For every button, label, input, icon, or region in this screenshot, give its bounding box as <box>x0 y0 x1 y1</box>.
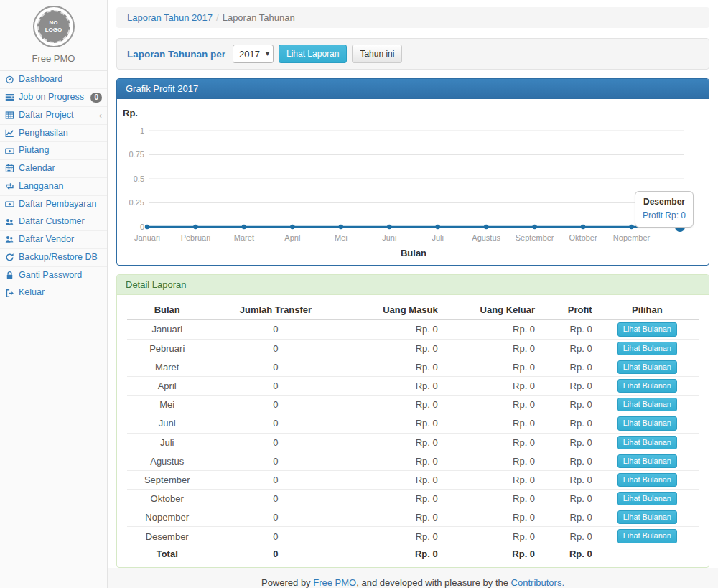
lock-icon <box>5 271 15 280</box>
lihat-laporan-button[interactable]: Lihat Laporan <box>279 45 347 63</box>
sidebar-item-label: Calendar <box>19 164 55 174</box>
action-cell: Lihat Bulanan <box>596 319 699 339</box>
chevron-left-icon: ‹ <box>99 111 102 120</box>
sidebar-item-backup-restore-db[interactable]: Backup/Restore DB <box>0 249 107 267</box>
sidebar-item-label: Penghasilan <box>19 129 68 139</box>
sidebar-item-daftar-pembayaran[interactable]: Daftar Pembayaran <box>0 196 107 214</box>
svg-text:Juli: Juli <box>432 233 444 242</box>
total-cell <box>596 546 699 561</box>
table-cell: 0 <box>207 396 344 414</box>
breadcrumb-link-laporan-tahun[interactable]: Laporan Tahun 2017 <box>127 12 213 23</box>
footer-contributors-link[interactable]: Contributors. <box>511 577 564 588</box>
action-cell: Lihat Bulanan <box>596 490 699 508</box>
table-cell: 0 <box>207 358 344 376</box>
table-row: Januari0Rp. 0Rp. 0Rp. 0Lihat Bulanan <box>127 319 699 339</box>
table-cell: 0 <box>207 376 344 395</box>
money-icon <box>5 146 15 156</box>
footer: Powered by Free PMO, and developed with … <box>108 568 718 588</box>
table-cell: Rp. 0 <box>442 433 538 452</box>
table-cell: Rp. 0 <box>538 490 596 508</box>
table-cell: Juli <box>127 433 207 452</box>
lihat-bulanan-button[interactable]: Lihat Bulanan <box>617 492 677 505</box>
table-header-row: BulanJumlah TransferUang MasukUang Kelua… <box>127 301 699 319</box>
table-cell: Rp. 0 <box>442 376 538 395</box>
action-cell: Lihat Bulanan <box>596 527 699 546</box>
main-content: Laporan Tahun 2017/Laporan Tahunan Lapor… <box>108 0 718 588</box>
table-cell: Rp. 0 <box>344 433 441 452</box>
table-body: Januari0Rp. 0Rp. 0Rp. 0Lihat BulananPebr… <box>127 319 699 561</box>
table-cell: 0 <box>207 433 344 452</box>
sidebar-item-keluar[interactable]: Keluar <box>0 284 107 302</box>
action-cell: Lihat Bulanan <box>596 358 699 376</box>
column-header: Uang Keluar <box>442 301 538 319</box>
table-cell: Nopember <box>127 508 207 527</box>
action-cell: Lihat Bulanan <box>596 396 699 414</box>
svg-text:0.75: 0.75 <box>129 150 144 159</box>
brand-name: Free PMO <box>0 53 107 64</box>
table-row: Maret0Rp. 0Rp. 0Rp. 0Lihat Bulanan <box>127 358 699 376</box>
table-cell: Rp. 0 <box>538 527 596 546</box>
table-header: BulanJumlah TransferUang MasukUang Kelua… <box>127 301 699 319</box>
lihat-bulanan-button[interactable]: Lihat Bulanan <box>617 510 677 524</box>
table-cell: Rp. 0 <box>538 508 596 527</box>
sidebar-item-dashboard[interactable]: Dashboard <box>0 71 107 89</box>
lihat-bulanan-button[interactable]: Lihat Bulanan <box>617 322 677 336</box>
chart-tooltip: Desember Profit Rp: 0 <box>635 191 694 227</box>
table-cell: Rp. 0 <box>442 470 538 489</box>
svg-text:0.5: 0.5 <box>134 174 144 183</box>
action-cell: Lihat Bulanan <box>596 452 699 470</box>
lihat-bulanan-button[interactable]: Lihat Bulanan <box>617 436 677 449</box>
lihat-bulanan-button[interactable]: Lihat Bulanan <box>617 379 677 393</box>
table-row: September0Rp. 0Rp. 0Rp. 0Lihat Bulanan <box>127 470 699 489</box>
svg-text:Agustus: Agustus <box>472 233 500 242</box>
table-row: Juli0Rp. 0Rp. 0Rp. 0Lihat Bulanan <box>127 433 699 452</box>
dashboard-icon <box>5 75 15 84</box>
footer-text-prefix: Powered by <box>261 577 311 588</box>
table-cell: Rp. 0 <box>344 490 441 508</box>
tahun-ini-button[interactable]: Tahun ini <box>352 45 402 63</box>
sidebar-item-langganan[interactable]: Langganan <box>0 178 107 196</box>
count-badge: 0 <box>90 93 102 103</box>
sidebar-item-job-on-progress[interactable]: Job on Progress0 <box>0 89 107 107</box>
lihat-bulanan-button[interactable]: Lihat Bulanan <box>617 416 677 430</box>
sidebar-item-daftar-vendor[interactable]: Daftar Vendor <box>0 231 107 249</box>
footer-brand-link[interactable]: Free PMO <box>313 577 356 588</box>
column-header: Profit <box>538 301 596 319</box>
svg-text:April: April <box>284 233 300 242</box>
sidebar-item-penghasilan[interactable]: Penghasilan <box>0 125 107 143</box>
action-cell: Lihat Bulanan <box>596 376 699 395</box>
svg-text:Rp.: Rp. <box>123 108 138 118</box>
profit-chart-panel: Grafik Profit 2017 Rp.10.750.50.250Janua… <box>116 78 709 266</box>
sidebar-item-label: Piutang <box>19 146 49 156</box>
sidebar-item-label: Ganti Password <box>19 271 82 281</box>
lihat-bulanan-button[interactable]: Lihat Bulanan <box>617 398 677 411</box>
action-cell: Lihat Bulanan <box>596 414 699 433</box>
svg-text:Mei: Mei <box>335 233 348 242</box>
table-cell: Rp. 0 <box>538 358 596 376</box>
sidebar-item-calendar[interactable]: Calendar <box>0 160 107 178</box>
lihat-bulanan-button[interactable]: Lihat Bulanan <box>617 360 677 374</box>
year-filter-bar: Laporan Tahunan per 2017 Lihat Laporan T… <box>116 38 709 70</box>
year-select-wrap: 2017 <box>233 45 274 63</box>
sidebar-item-ganti-password[interactable]: Ganti Password <box>0 267 107 285</box>
lihat-bulanan-button[interactable]: Lihat Bulanan <box>617 342 677 355</box>
users-icon <box>5 235 15 244</box>
lihat-bulanan-button[interactable]: Lihat Bulanan <box>617 454 677 468</box>
table-cell: Rp. 0 <box>538 339 596 358</box>
sidebar-item-piutang[interactable]: Piutang <box>0 142 107 160</box>
table-row: Juni0Rp. 0Rp. 0Rp. 0Lihat Bulanan <box>127 414 699 433</box>
sidebar-item-daftar-customer[interactable]: Daftar Customer <box>0 213 107 231</box>
sidebar-item-label: Keluar <box>19 288 45 298</box>
svg-text:0.25: 0.25 <box>129 198 144 207</box>
table-cell: Maret <box>127 358 207 376</box>
lihat-bulanan-button[interactable]: Lihat Bulanan <box>617 473 677 487</box>
sidebar-item-daftar-project[interactable]: Daftar Project‹ <box>0 107 107 125</box>
calendar-icon <box>5 164 15 173</box>
table-cell: Mei <box>127 396 207 414</box>
table-cell: 0 <box>207 508 344 527</box>
year-select[interactable]: 2017 <box>233 45 274 63</box>
column-header: Bulan <box>127 301 207 319</box>
lihat-bulanan-button[interactable]: Lihat Bulanan <box>617 529 677 543</box>
total-cell: Rp. 0 <box>538 546 596 561</box>
tasks-icon <box>5 93 15 102</box>
